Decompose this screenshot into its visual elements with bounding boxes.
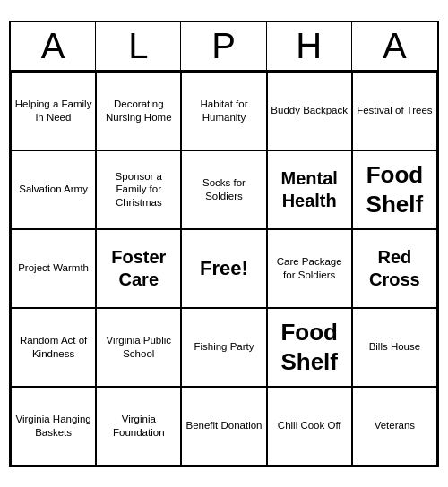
bingo-cell-19: Bills House [352, 308, 437, 387]
bingo-cell-12: Free! [181, 229, 266, 308]
bingo-header: ALPHA [11, 22, 437, 72]
bingo-cell-13: Care Package for Soldiers [267, 229, 352, 308]
bingo-cell-17: Fishing Party [181, 308, 266, 387]
header-letter-L-1: L [96, 22, 181, 70]
bingo-cell-0: Helping a Family in Need [11, 72, 96, 150]
bingo-cell-4: Festival of Trees [352, 72, 437, 150]
bingo-cell-16: Virginia Public School [96, 308, 181, 387]
bingo-cell-3: Buddy Backpack [267, 72, 352, 150]
header-letter-A-0: A [11, 22, 96, 70]
bingo-cell-1: Decorating Nursing Home [96, 72, 181, 150]
bingo-cell-5: Salvation Army [11, 150, 96, 229]
header-letter-P-2: P [181, 22, 266, 70]
bingo-cell-8: Mental Health [267, 150, 352, 229]
bingo-cell-24: Veterans [352, 387, 437, 466]
bingo-cell-14: Red Cross [352, 229, 437, 308]
bingo-cell-7: Socks for Soldiers [181, 150, 266, 229]
bingo-cell-22: Benefit Donation [181, 387, 266, 466]
bingo-cell-20: Virginia Hanging Baskets [11, 387, 96, 466]
bingo-cell-11: Foster Care [96, 229, 181, 308]
bingo-grid: Helping a Family in NeedDecorating Nursi… [11, 72, 437, 466]
bingo-cell-10: Project Warmth [11, 229, 96, 308]
bingo-cell-9: Food Shelf [352, 150, 437, 229]
bingo-cell-15: Random Act of Kindness [11, 308, 96, 387]
bingo-card: ALPHA Helping a Family in NeedDecorating… [9, 21, 439, 467]
bingo-cell-21: Virginia Foundation [96, 387, 181, 466]
header-letter-A-4: A [352, 22, 437, 70]
bingo-cell-6: Sponsor a Family for Christmas [96, 150, 181, 229]
bingo-cell-23: Chili Cook Off [267, 387, 352, 466]
bingo-cell-18: Food Shelf [267, 308, 352, 387]
header-letter-H-3: H [267, 22, 352, 70]
bingo-cell-2: Habitat for Humanity [181, 72, 266, 150]
